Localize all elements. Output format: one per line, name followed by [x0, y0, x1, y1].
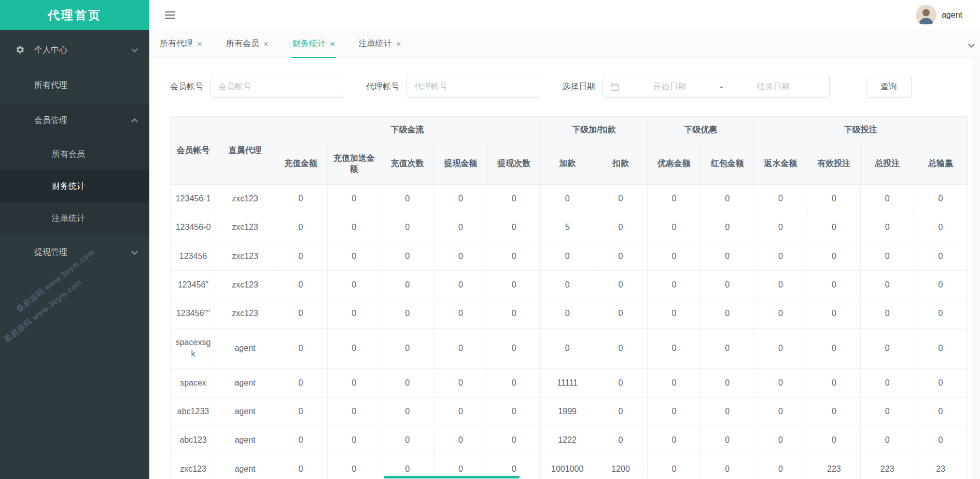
value-cell: 223	[861, 455, 914, 479]
value-cell: 0	[914, 270, 968, 299]
watermark-text: 最易源码 www.3eym.com	[2, 278, 84, 345]
sidebar-item-member-management[interactable]: 会员管理	[0, 103, 149, 138]
table-row: zxc123agent000001001000120000022322323	[171, 455, 968, 479]
tab-close-icon[interactable]: ×	[263, 39, 269, 48]
value-cell: 0	[594, 426, 648, 455]
column-header: 会员帐号	[171, 117, 216, 185]
value-cell: 0	[861, 213, 914, 242]
value-cell: 5	[541, 213, 594, 242]
value-cell: 0	[434, 397, 487, 426]
vertical-scrollbar[interactable]	[972, 30, 980, 479]
tab-close-icon[interactable]: ×	[396, 39, 401, 48]
value-cell: 0	[274, 270, 328, 299]
value-cell: 0	[327, 213, 381, 242]
tab-finance-stats[interactable]: 财务统计×	[292, 30, 335, 58]
value-cell: 0	[434, 213, 487, 242]
agent-cell: zxc123	[216, 270, 274, 299]
agent-account-filter: 代理帐号	[366, 76, 539, 98]
chevron-up-icon	[131, 118, 138, 125]
agent-account-input[interactable]	[407, 76, 539, 98]
value-cell: 0	[594, 242, 648, 270]
value-cell: 0	[487, 328, 541, 368]
member-account-input[interactable]	[211, 76, 343, 98]
value-cell: 0	[701, 242, 754, 270]
hamburger-menu-icon[interactable]	[165, 11, 175, 19]
value-cell: 0	[647, 368, 701, 397]
member-cell: abc1233	[171, 397, 216, 426]
value-cell: 0	[647, 213, 701, 242]
calendar-icon	[610, 83, 619, 91]
value-cell: 0	[861, 184, 914, 213]
value-cell: 0	[541, 270, 594, 299]
value-cell: 0	[434, 328, 487, 368]
column-group-header: 下级加/扣款	[541, 117, 648, 143]
tab-bar: 所有代理×所有会员×财务统计×注单统计×	[149, 30, 980, 58]
column-header: 红包金额	[701, 143, 754, 184]
member-cell: 123456""	[171, 299, 216, 328]
agent-cell: agent	[216, 397, 274, 426]
value-cell: 0	[754, 397, 807, 426]
value-cell: 0	[594, 213, 648, 242]
column-header: 返水金额	[754, 143, 807, 184]
value-cell: 0	[914, 368, 968, 397]
sidebar-item-all-members[interactable]: 所有会员	[0, 138, 149, 170]
member-cell: 123456-1	[171, 184, 216, 213]
value-cell: 0	[381, 184, 434, 213]
value-cell: 0	[754, 242, 807, 270]
value-cell: 0	[914, 426, 968, 455]
value-cell: 0	[381, 455, 434, 479]
value-cell: 0	[487, 184, 541, 213]
value-cell: 0	[701, 368, 754, 397]
value-cell: 0	[754, 368, 807, 397]
chevron-down-icon	[131, 46, 138, 52]
value-cell: 0	[701, 299, 754, 328]
tab-close-icon[interactable]: ×	[330, 39, 335, 48]
sidebar-item-all-agents[interactable]: 所有代理	[0, 67, 149, 103]
value-cell: 0	[594, 397, 648, 426]
value-cell: 223	[807, 455, 861, 479]
value-cell: 0	[541, 299, 594, 328]
table-row: spacexagent00000111110000000	[171, 368, 968, 397]
date-filter: 选择日期 开始日期 - 结束日期	[562, 76, 830, 98]
sidebar-item-finance-stats[interactable]: 财务统计	[0, 170, 149, 202]
column-header: 有效投注	[807, 143, 861, 184]
sidebar-item-order-stats[interactable]: 注单统计	[0, 202, 149, 235]
sidebar-item-label: 财务统计	[52, 181, 85, 192]
sidebar-item-label: 注单统计	[52, 213, 85, 224]
member-cell: 123456-0	[171, 213, 216, 242]
sidebar-item-withdraw-management[interactable]: 提现管理	[0, 235, 149, 270]
tab-close-icon[interactable]: ×	[197, 39, 202, 48]
value-cell: 0	[487, 455, 541, 479]
value-cell: 0	[274, 328, 328, 368]
column-header: 充值加送金额	[327, 143, 381, 184]
tab-label: 所有代理	[160, 38, 193, 49]
value-cell: 0	[701, 455, 754, 479]
value-cell: 0	[807, 299, 861, 328]
value-cell: 0	[541, 242, 594, 270]
value-cell: 0	[647, 242, 701, 270]
report-table: 会员帐号直属代理下级金流下级加/扣款下级优惠下级投注充值金额充值加送金额充值次数…	[170, 116, 968, 479]
value-cell: 0	[861, 328, 914, 368]
tab-all-agents[interactable]: 所有代理×	[160, 30, 202, 58]
date-range-picker[interactable]: 开始日期 - 结束日期	[603, 76, 830, 98]
app: 代理首页 个人中心所有代理会员管理所有会员财务统计注单统计提现管理 最易源码 w…	[0, 0, 980, 479]
value-cell: 0	[647, 397, 701, 426]
value-cell: 0	[754, 299, 807, 328]
value-cell: 0	[274, 242, 328, 270]
value-cell: 0	[434, 455, 487, 479]
agent-cell: agent	[216, 455, 274, 479]
horizontal-scrollbar-thumb[interactable]	[384, 476, 520, 478]
value-cell: 23	[914, 455, 968, 479]
tab-all-members[interactable]: 所有会员×	[226, 30, 269, 58]
gear-icon	[16, 45, 34, 54]
value-cell: 0	[701, 213, 754, 242]
value-cell: 0	[274, 213, 328, 242]
value-cell: 0	[754, 184, 807, 213]
tabs-dropdown-button[interactable]	[969, 39, 974, 49]
user-menu[interactable]: agent	[916, 5, 962, 25]
tab-order-stats[interactable]: 注单统计×	[359, 30, 401, 58]
search-button[interactable]: 查询	[866, 76, 912, 98]
table-row: 123456-0zxc1230000050000000	[171, 213, 968, 242]
member-cell: zxc123	[171, 455, 216, 479]
sidebar-item-personal-center[interactable]: 个人中心	[0, 32, 149, 67]
